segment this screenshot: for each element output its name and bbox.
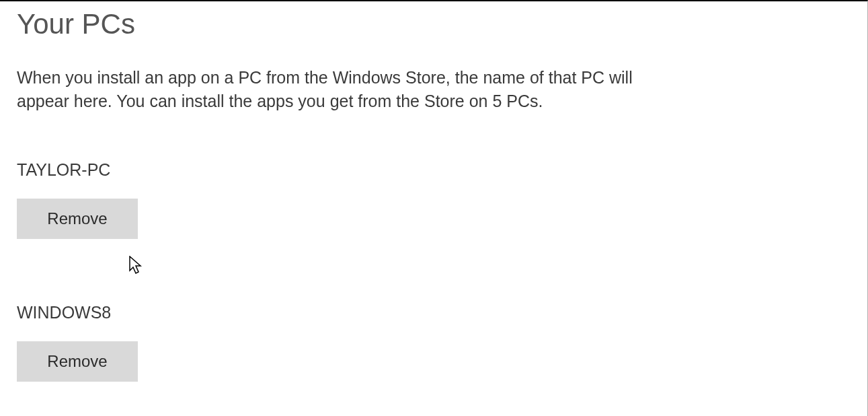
pc-entry: TAYLOR-PC Remove (17, 160, 867, 239)
page-title: Your PCs (17, 8, 867, 40)
page-description: When you install an app on a PC from the… (17, 66, 689, 113)
pc-entry: WINDOWS8 Remove (17, 303, 867, 382)
pc-name: WINDOWS8 (17, 303, 867, 322)
remove-button[interactable]: Remove (17, 199, 138, 239)
pc-name: TAYLOR-PC (17, 160, 867, 180)
your-pcs-panel: Your PCs When you install an app on a PC… (0, 1, 867, 382)
remove-button[interactable]: Remove (17, 341, 138, 382)
